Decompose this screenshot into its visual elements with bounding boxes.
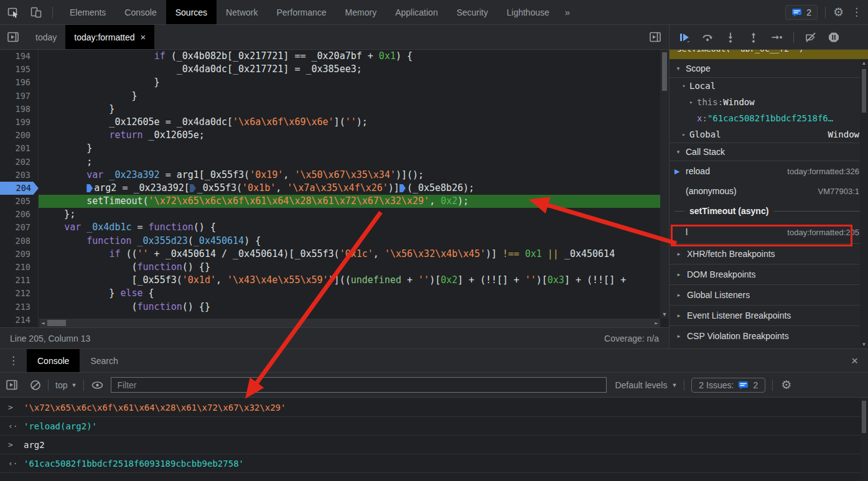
scope-local-row[interactable]: ▾ Local: [670, 78, 868, 94]
call-stack-frame[interactable]: ltoday:formatted:205: [670, 221, 868, 243]
sidebar-scrollbar[interactable]: ▲ ▼: [860, 59, 868, 348]
line-number[interactable]: 198: [0, 103, 39, 116]
resume-button[interactable]: [678, 31, 691, 44]
step-out-button[interactable]: [747, 31, 760, 44]
console-settings-gear-icon[interactable]: ⚙: [781, 379, 791, 391]
editor-vertical-scrollbar[interactable]: ▼: [660, 50, 669, 319]
sidebar-section-event-listener-breakpoints[interactable]: ▸Event Listener Breakpoints: [670, 305, 868, 325]
issues-badge[interactable]: 2: [785, 5, 818, 20]
scrollbar-thumb[interactable]: [47, 320, 66, 326]
issues-button[interactable]: 2 Issues: 2: [691, 378, 765, 393]
code-text[interactable]: };: [39, 208, 669, 221]
sidebar-section-csp-violation-breakpoints[interactable]: ▸CSP Violation Breakpoints: [670, 325, 868, 346]
drawer-menu-icon[interactable]: ⋮: [0, 349, 27, 372]
line-number[interactable]: 211: [0, 274, 39, 287]
sidebar-section-global-listeners[interactable]: ▸Global Listeners: [670, 284, 868, 305]
scrollbar-thumb[interactable]: [862, 69, 866, 113]
line-number[interactable]: 212: [0, 287, 39, 300]
scroll-down-arrow-icon[interactable]: ▼: [660, 311, 669, 317]
tab-lighthouse[interactable]: Lighthouse: [497, 0, 559, 24]
close-tab-icon[interactable]: ×: [141, 32, 146, 42]
inline-step-marker-icon[interactable]: [86, 184, 93, 192]
code-text[interactable]: setTimeout('\x72\x65\x6c\x6f\x61\x64\x28…: [39, 195, 669, 208]
code-text[interactable]: var _0x23a392 = arg1[_0x55f3('0x19', '\x…: [39, 169, 669, 182]
line-number[interactable]: 213: [0, 301, 39, 314]
code-text[interactable]: _0x12605e = _0x4da0dc['\x6a\x6f\x69\x6e'…: [39, 116, 669, 129]
main-menu-icon[interactable]: ⋮: [851, 7, 862, 17]
sidebar-section-dom-breakpoints[interactable]: ▸DOM Breakpoints: [670, 264, 868, 284]
line-number[interactable]: 195: [0, 63, 39, 76]
code-text[interactable]: (function() {}: [39, 261, 669, 274]
call-stack-frame[interactable]: (anonymous)VM77903:1: [670, 181, 868, 201]
live-expression-eye-icon[interactable]: [91, 380, 104, 391]
line-number[interactable]: 196: [0, 76, 39, 89]
console-sidebar-toggle-icon[interactable]: [6, 380, 18, 390]
more-panels-button[interactable]: »: [559, 0, 576, 24]
code-text[interactable]: if (_0x4b082b[_0x217721] == _0x20a7bf + …: [39, 50, 669, 63]
log-levels-dropdown[interactable]: Default levels ▼: [615, 380, 677, 390]
step-over-button[interactable]: [701, 31, 714, 44]
tab-security[interactable]: Security: [447, 0, 498, 24]
debugger-panel-toggle-icon[interactable]: [642, 25, 669, 49]
code-text[interactable]: return _0x12605e;: [39, 129, 669, 142]
step-into-button[interactable]: [724, 31, 737, 44]
call-stack-frame[interactable]: ▶reloadtoday:formatted:326: [670, 161, 868, 181]
line-number[interactable]: 194: [0, 50, 39, 63]
deactivate-breakpoints-button[interactable]: [805, 31, 817, 44]
clear-console-icon[interactable]: [30, 380, 41, 391]
line-number[interactable]: 204: [0, 182, 39, 195]
tab-performance[interactable]: Performance: [267, 0, 335, 24]
call-stack-section-header[interactable]: ▾ Call Stack: [670, 142, 868, 161]
console-filter-input[interactable]: [111, 377, 607, 393]
scope-this-row[interactable]: ▸ this: Window: [670, 94, 868, 110]
inspect-element-icon[interactable]: [7, 6, 20, 19]
drawer-close-icon[interactable]: ×: [841, 349, 868, 372]
line-number[interactable]: 203: [0, 169, 39, 182]
inline-step-marker-icon[interactable]: [190, 184, 196, 192]
scope-global-row[interactable]: ▸ Global Window: [670, 126, 868, 142]
code-text[interactable]: function _0x355d23(_0x450614) {: [39, 235, 669, 248]
inline-step-marker-icon[interactable]: [399, 184, 406, 192]
code-text[interactable]: }: [39, 76, 669, 89]
drawer-tab-search[interactable]: Search: [80, 349, 128, 372]
scrollbar-thumb[interactable]: [662, 52, 667, 91]
line-number[interactable]: 197: [0, 90, 39, 103]
code-editor[interactable]: 194 if (_0x4b082b[_0x217721] == _0x20a7b…: [0, 50, 669, 327]
code-text[interactable]: var _0x4db1c = function() {: [39, 221, 669, 234]
line-number[interactable]: 207: [0, 221, 39, 234]
file-tab-today-formatted[interactable]: today:formatted×: [65, 25, 154, 49]
code-text[interactable]: arg2 = _0x23a392[_0x55f3('0x1b', '\x7a\x…: [39, 182, 669, 195]
step-button[interactable]: [770, 31, 783, 44]
line-number[interactable]: 209: [0, 248, 39, 261]
code-text[interactable]: ;: [39, 156, 669, 169]
device-toolbar-icon[interactable]: [30, 6, 42, 19]
code-text[interactable]: }: [39, 142, 669, 155]
code-text[interactable]: (function() {}: [39, 301, 669, 314]
scroll-left-arrow-icon[interactable]: ◄: [39, 320, 47, 326]
code-text[interactable]: } else {: [39, 287, 669, 300]
context-selector[interactable]: top ▼: [55, 380, 77, 390]
line-number[interactable]: 210: [0, 261, 39, 274]
tab-sources[interactable]: Sources: [166, 0, 217, 24]
code-text[interactable]: _0x4da0dc[_0x217721] = _0x385ee3;: [39, 63, 669, 76]
line-number[interactable]: 201: [0, 142, 39, 155]
code-text[interactable]: }: [39, 90, 669, 103]
line-number[interactable]: 206: [0, 208, 39, 221]
settings-gear-icon[interactable]: ⚙: [833, 6, 844, 18]
line-number[interactable]: 214: [0, 314, 39, 327]
scope-section-header[interactable]: ▾ Scope: [670, 59, 868, 78]
editor-horizontal-scrollbar[interactable]: ◄ ►: [39, 319, 660, 327]
scroll-down-arrow-icon[interactable]: ▼: [860, 342, 868, 347]
line-number[interactable]: 205: [0, 195, 39, 208]
file-tab-today[interactable]: today: [27, 25, 65, 49]
scrollbar-thumb[interactable]: [862, 401, 866, 433]
code-text[interactable]: [_0x55f3('0x1d', '\x43\x4e\x55\x59')]((u…: [39, 274, 669, 287]
line-number[interactable]: 200: [0, 129, 39, 142]
scroll-right-arrow-icon[interactable]: ►: [653, 320, 660, 326]
pause-on-exceptions-button[interactable]: [828, 31, 840, 44]
scope-x-row[interactable]: x: "61cac5082f1bbdcf2518f6…: [670, 110, 868, 126]
line-number[interactable]: 199: [0, 116, 39, 129]
console-scrollbar[interactable]: [861, 398, 868, 481]
code-text[interactable]: }: [39, 103, 669, 116]
sidebar-section-xhr-fetch-breakpoints[interactable]: ▸XHR/fetch Breakpoints: [670, 243, 868, 264]
